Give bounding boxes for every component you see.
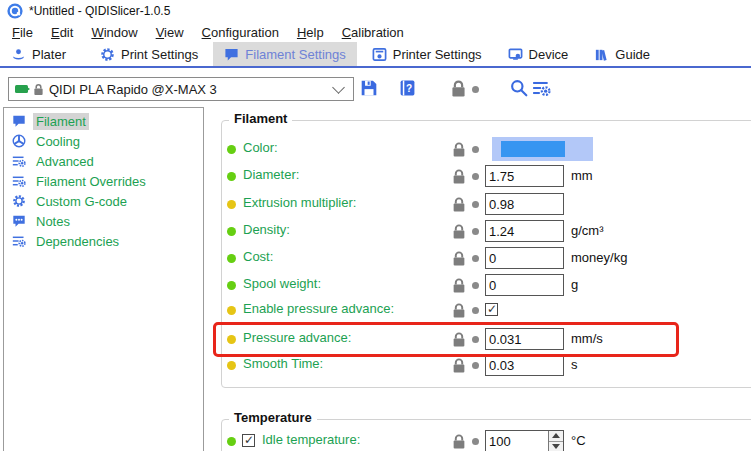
diameter-input[interactable]: [485, 165, 564, 187]
unit-label: money/kg: [571, 250, 627, 265]
lock-icon[interactable]: [452, 169, 466, 184]
row-cost: Cost: money/kg: [0, 246, 751, 270]
temperature-section-title: Temperature: [229, 410, 317, 425]
chevron-down-icon: [332, 81, 345, 94]
plater-icon: [11, 47, 26, 62]
row-color: Color:: [0, 137, 751, 161]
dot-indicator: [472, 201, 479, 208]
tab-label: Plater: [32, 47, 66, 62]
menu-view[interactable]: View: [147, 24, 193, 41]
row-diameter: Diameter: mm: [0, 164, 751, 188]
option-label: Enable pressure advance:: [243, 301, 394, 316]
lock-icon[interactable]: [452, 251, 466, 266]
tab-guide[interactable]: Guide: [583, 42, 661, 66]
row-density: Density: g/cm³: [0, 219, 751, 243]
lock-icon[interactable]: [452, 303, 466, 318]
menu-configuration[interactable]: Configuration: [193, 24, 288, 41]
unit-label: s: [571, 357, 578, 372]
tab-label: Print Settings: [121, 47, 198, 62]
row-spool-weight: Spool weight: g: [0, 273, 751, 297]
menu-help[interactable]: Help: [288, 24, 333, 41]
option-label: Smooth Time:: [243, 356, 323, 371]
dot-indicator: [472, 438, 479, 445]
lock-icon[interactable]: [452, 224, 466, 239]
row-enable-pressure-advance: Enable pressure advance:: [0, 298, 751, 322]
tab-label: Device: [529, 47, 569, 62]
status-bullet-icon: [227, 145, 236, 154]
lock-all-icon[interactable]: [451, 80, 466, 97]
sidebar-item-filament[interactable]: Filament: [4, 111, 203, 131]
filament-icon: [224, 47, 239, 62]
option-label: Diameter:: [243, 167, 299, 182]
window-title: *Untitled - QIDISlicer-1.0.5: [29, 4, 170, 18]
option-label: Idle temperature:: [262, 432, 360, 447]
tab-printer-settings[interactable]: Printer Settings: [361, 42, 493, 66]
help-book-icon[interactable]: ?: [399, 79, 416, 97]
status-bullet-icon: [227, 200, 236, 209]
tab-label: Printer Settings: [393, 47, 482, 62]
option-label: Cost:: [243, 249, 273, 264]
menu-file[interactable]: File: [3, 24, 42, 41]
unit-label: mm: [571, 168, 593, 183]
tab-underline: [0, 66, 751, 68]
extrusion-multiplier-input[interactable]: [485, 193, 564, 215]
dot-indicator: [472, 282, 479, 289]
smooth-time-input[interactable]: [485, 354, 564, 376]
lock-icon[interactable]: [452, 278, 466, 293]
tab-plater[interactable]: Plater: [0, 42, 77, 66]
preset-name: QIDI PLA Rapido @X-MAX 3: [49, 82, 334, 97]
row-extrusion-multiplier: Extrusion multiplier:: [0, 192, 751, 216]
tab-device[interactable]: Device: [497, 42, 580, 66]
status-bullet-icon: [227, 227, 236, 236]
enable-pressure-advance-checkbox[interactable]: [485, 303, 498, 316]
printer-icon: [372, 47, 387, 62]
device-icon: [508, 47, 523, 62]
lock-icon[interactable]: [452, 434, 466, 449]
menu-bar: File Edit Window View Configuration Help…: [0, 22, 751, 42]
main-tab-bar: Plater Print Settings Filament Settings …: [0, 42, 751, 66]
spin-down-icon[interactable]: [549, 441, 563, 451]
cost-input[interactable]: [485, 247, 564, 269]
spin-up-icon[interactable]: [549, 431, 563, 441]
menu-edit[interactable]: Edit: [42, 24, 82, 41]
gear-icon: [100, 47, 115, 62]
save-preset-button[interactable]: [360, 79, 378, 97]
option-label: Extrusion multiplier:: [243, 195, 356, 210]
dot-indicator: [472, 146, 479, 153]
search-icon[interactable]: [510, 79, 528, 97]
density-input[interactable]: [485, 220, 564, 242]
tab-filament-settings[interactable]: Filament Settings: [213, 42, 356, 66]
menu-calibration[interactable]: Calibration: [333, 24, 413, 41]
title-bar: *Untitled - QIDISlicer-1.0.5: [0, 0, 751, 22]
status-bullet-icon: [227, 361, 236, 370]
qidislicer-window: *Untitled - QIDISlicer-1.0.5 File Edit W…: [0, 0, 751, 451]
filament-icon: [12, 114, 26, 128]
option-label: Density:: [243, 222, 290, 237]
option-label: Color:: [243, 140, 278, 155]
lock-icon[interactable]: [452, 197, 466, 212]
idle-temperature-spinner: [485, 430, 564, 451]
spinner-buttons: [548, 431, 563, 451]
color-picker-button[interactable]: [492, 137, 593, 161]
filament-spool-icon: [15, 83, 31, 95]
guide-icon: [594, 47, 609, 62]
filament-preset-select[interactable]: QIDI PLA Rapido @X-MAX 3: [8, 77, 354, 101]
settings-list-icon[interactable]: [532, 79, 551, 97]
tab-print-settings[interactable]: Print Settings: [89, 42, 209, 66]
menu-window[interactable]: Window: [82, 24, 146, 41]
unit-label: °C: [571, 433, 586, 448]
spool-weight-input[interactable]: [485, 274, 564, 296]
status-bullet-icon: [227, 172, 236, 181]
status-bullet-icon: [227, 437, 236, 446]
idle-temperature-checkbox[interactable]: [242, 434, 255, 447]
option-label: Spool weight:: [243, 276, 321, 291]
preset-lock-icon: [33, 83, 44, 96]
app-logo-icon: [7, 3, 23, 19]
lock-icon[interactable]: [452, 358, 466, 373]
tab-label: Filament Settings: [245, 47, 345, 62]
sidebar-label: Filament: [33, 113, 89, 130]
dot-indicator: [472, 86, 479, 93]
dot-indicator: [472, 173, 479, 180]
lock-icon[interactable]: [452, 142, 466, 157]
status-bullet-icon: [227, 254, 236, 263]
